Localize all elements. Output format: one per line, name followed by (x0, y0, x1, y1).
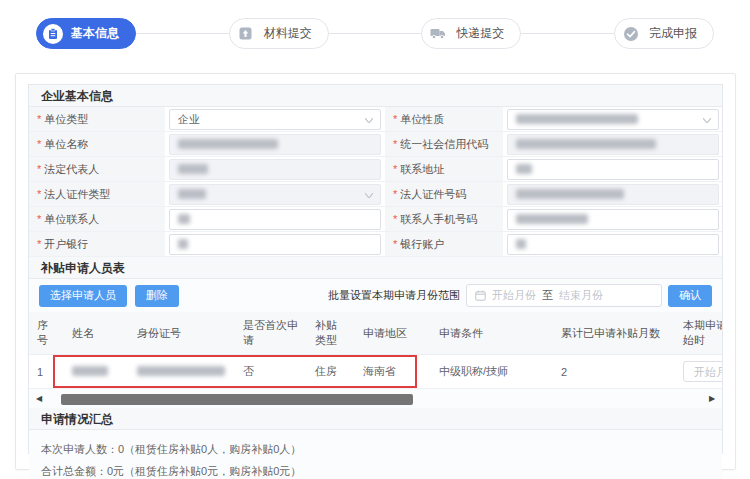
month-range-picker[interactable]: 开始月份 至 结束月份 (466, 284, 662, 307)
redacted-value (137, 366, 225, 376)
col-subsidy-type: 补贴类型 (307, 312, 355, 355)
form-row: *开户银行 *银行账户 (29, 232, 722, 257)
required-marker: * (393, 113, 397, 125)
required-marker: * (393, 163, 397, 175)
field-label-unit-contact: *单位联系人 (29, 207, 166, 231)
step-connector (521, 33, 614, 34)
start-month-input[interactable] (694, 366, 722, 378)
start-month-input-wrapper (683, 361, 722, 382)
unit-type-select[interactable]: 企业 (169, 109, 381, 130)
col-region: 申请地区 (355, 312, 431, 355)
cell-subsidy-type: 住房 (307, 355, 355, 389)
batch-set-bar: 批量设置本期申请月份范围 开始月份 至 结束月份 确认 (328, 284, 712, 307)
cell-first-time: 否 (235, 355, 307, 389)
col-start-month: 本期申请月份开始时 (675, 312, 722, 355)
redacted-value (516, 139, 656, 149)
unit-contact-input[interactable] (169, 209, 381, 230)
label-text: 银行账户 (400, 237, 444, 252)
step-connector (136, 33, 229, 34)
cell-cumulative-months: 2 (553, 355, 675, 389)
bank-input[interactable] (169, 234, 381, 255)
label-text: 单位类型 (44, 112, 88, 127)
main-card: 企业基本信息 *单位类型 企业 *单位性质 (15, 73, 736, 470)
field-label-legal-rep: *法定代表人 (29, 157, 166, 181)
step-label: 快递提交 (456, 25, 504, 42)
redacted-value (72, 366, 108, 376)
legal-rep-input (169, 159, 381, 180)
step-material-submit[interactable]: 材料提交 (229, 18, 329, 49)
field-value (504, 232, 722, 256)
horizontal-scrollbar: ◀ ▶ (29, 389, 722, 408)
range-separator: 至 (542, 288, 553, 303)
confirm-button[interactable]: 确认 (668, 285, 712, 307)
redacted-value (178, 189, 206, 199)
personnel-table: 序号 姓名 身份证号 是否首次申请 补贴类型 申请地区 申请条件 累计已申请补贴… (29, 312, 722, 389)
personnel-table-wrapper: 序号 姓名 身份证号 是否首次申请 补贴类型 申请地区 申请条件 累计已申请补贴… (29, 312, 722, 389)
field-value (166, 157, 384, 181)
step-basic-info[interactable]: 基本信息 (36, 18, 136, 49)
required-marker: * (37, 213, 41, 225)
summary-applicants-line: 本次申请人数：0（租赁住房补贴0人，购房补贴0人） (41, 438, 710, 460)
field-label-credit-code: *统一社会信用代码 (384, 132, 504, 156)
field-label-unit-type: *单位类型 (29, 107, 166, 131)
chevron-down-icon (365, 193, 373, 198)
field-value (166, 182, 384, 206)
unit-name-input (169, 134, 381, 155)
label-text: 法定代表人 (44, 162, 99, 177)
step-complete-declaration[interactable]: 完成申报 (614, 18, 714, 49)
select-applicants-button[interactable]: 选择申请人员 (39, 285, 127, 307)
contact-address-input[interactable] (507, 159, 719, 180)
contact-mobile-input[interactable] (507, 209, 719, 230)
step-express-submit[interactable]: 快递提交 (421, 18, 521, 49)
field-label-unit-nature: *单位性质 (384, 107, 504, 131)
redacted-value (516, 114, 638, 124)
calendar-icon (475, 290, 486, 301)
field-value (166, 232, 384, 256)
required-marker: * (37, 238, 41, 250)
field-label-contact-address: *联系地址 (384, 157, 504, 181)
company-info-form: *单位类型 企业 *单位性质 *单位名称 (29, 107, 722, 257)
required-marker: * (393, 138, 397, 150)
field-value (504, 107, 722, 131)
redacted-value (516, 239, 526, 249)
label-text: 单位名称 (44, 137, 88, 152)
redacted-value (516, 164, 532, 174)
label-text: 法人证件号码 (400, 187, 466, 202)
cell-start-month (675, 355, 722, 389)
bank-account-input[interactable] (507, 234, 719, 255)
field-label-bank-account: *银行账户 (384, 232, 504, 256)
col-first-time: 是否首次申请 (235, 312, 307, 355)
scroll-right-icon[interactable]: ▶ (706, 394, 718, 403)
label-text: 联系人手机号码 (400, 212, 477, 227)
credit-code-input (507, 134, 719, 155)
col-name: 姓名 (64, 312, 129, 355)
field-value (504, 182, 722, 206)
unit-nature-select[interactable] (507, 109, 719, 130)
label-text: 法人证件类型 (44, 187, 110, 202)
required-marker: * (37, 113, 41, 125)
delete-button[interactable]: 删除 (135, 285, 179, 307)
form-panel: 企业基本信息 *单位类型 企业 *单位性质 (28, 84, 723, 454)
cell-id-number (129, 355, 235, 389)
required-marker: * (393, 238, 397, 250)
field-value (166, 132, 384, 156)
end-month-placeholder[interactable]: 结束月份 (559, 288, 603, 303)
company-info-title: 企业基本信息 (29, 85, 722, 107)
upload-doc-icon (236, 24, 256, 44)
legal-id-type-select (169, 184, 381, 205)
scroll-thumb[interactable] (61, 394, 413, 405)
scroll-track[interactable] (45, 393, 706, 405)
form-row: *法人证件类型 *法人证件号码 (29, 182, 722, 207)
table-row[interactable]: 1 否 住房 海南省 中级职称/技师 2 (29, 355, 722, 389)
col-condition: 申请条件 (431, 312, 553, 355)
scroll-left-icon[interactable]: ◀ (33, 394, 45, 403)
check-circle-icon (621, 24, 641, 44)
redacted-value (516, 214, 588, 224)
start-month-placeholder[interactable]: 开始月份 (492, 288, 536, 303)
batch-set-label: 批量设置本期申请月份范围 (328, 288, 460, 303)
label-text: 联系地址 (400, 162, 444, 177)
step-connector (329, 33, 422, 34)
required-marker: * (37, 163, 41, 175)
field-value: 企业 (166, 107, 384, 131)
form-row: *单位联系人 *联系人手机号码 (29, 207, 722, 232)
